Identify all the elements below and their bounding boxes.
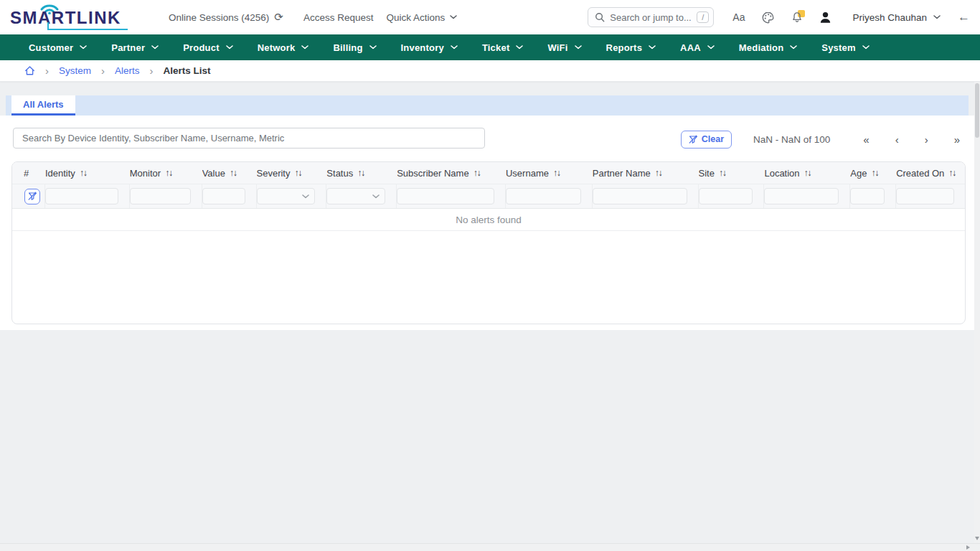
sort-icon[interactable]: ↑↓ [871,168,878,178]
column-header-col: # [24,168,45,179]
content-panel: Clear NaN - NaN of 100 «‹›» #Identity↑↓M… [0,116,974,330]
filter-cell-location [764,184,850,208]
scroll-right-arrow-icon[interactable] [966,545,970,550]
filter-select-status[interactable] [326,188,385,204]
sort-icon[interactable]: ↑↓ [804,168,811,178]
column-header-site[interactable]: Site↑↓ [699,168,765,179]
notifications-bell-icon[interactable] [791,11,803,23]
home-icon[interactable] [24,65,35,76]
column-header-status[interactable]: Status↑↓ [326,168,397,179]
sort-icon[interactable]: ↑↓ [80,168,87,178]
clear-label: Clear [702,134,724,144]
filter-input-subscriber-name[interactable] [397,188,494,204]
sort-icon[interactable]: ↑↓ [719,168,726,178]
sort-icon[interactable]: ↑↓ [655,168,662,178]
filter-input-monitor[interactable] [130,188,191,204]
chevron-down-icon [369,45,377,50]
column-header-monitor[interactable]: Monitor↑↓ [130,168,202,179]
filter-input-value[interactable] [202,188,245,204]
nav-item-wifi[interactable]: WiFi [547,42,581,53]
online-sessions-link[interactable]: Online Sessions (4256) [169,12,269,23]
scrollbar-thumb[interactable] [975,83,979,138]
first-page-button[interactable]: « [863,134,869,145]
column-header-subscriber-name[interactable]: Subscriber Name↑↓ [397,168,506,179]
filter-input-location[interactable] [764,188,839,204]
scroll-down-arrow-icon[interactable] [975,537,979,540]
nav-item-partner[interactable]: Partner [111,42,159,53]
chevron-down-icon [575,45,582,50]
alerts-table: #Identity↑↓Monitor↑↓Value↑↓Severity↑↓Sta… [11,161,966,324]
collapse-arrow-icon[interactable]: ← [958,10,970,24]
column-label: Created On [896,168,944,179]
nav-item-inventory[interactable]: Inventory [401,42,458,53]
sort-icon[interactable]: ↑↓ [294,168,301,178]
global-search-input[interactable] [610,12,697,23]
filter-input-created-on[interactable] [896,188,954,204]
column-header-location[interactable]: Location↑↓ [764,168,850,179]
last-page-button[interactable]: » [954,134,960,145]
previous-page-button[interactable]: ‹ [895,134,899,145]
chevron-down-icon [450,15,457,19]
filter-input-site[interactable] [699,188,753,204]
nav-item-network[interactable]: Network [258,42,309,53]
filter-input-identity[interactable] [45,188,118,204]
sort-icon[interactable]: ↑↓ [948,168,956,178]
nav-item-customer[interactable]: Customer [29,42,87,53]
nav-item-label: Product [183,42,220,53]
nav-item-system[interactable]: System [821,42,869,53]
sort-icon[interactable]: ↑↓ [165,168,172,178]
nav-item-billing[interactable]: Billing [333,42,376,53]
column-header-identity[interactable]: Identity↑↓ [45,168,130,179]
breadcrumb-separator: › [150,65,154,76]
column-header-age[interactable]: Age↑↓ [850,168,896,179]
user-menu[interactable]: Priyesh Chauhan [845,12,941,23]
nav-item-label: Reports [606,42,643,53]
refresh-icon[interactable]: ⟳ [274,11,283,24]
filter-input-partner-name[interactable] [593,188,687,204]
quick-actions-menu[interactable]: Quick Actions [386,12,457,23]
theme-palette-icon[interactable] [762,11,774,24]
alerts-search-input[interactable] [13,128,485,149]
tab-strip: All Alerts [6,95,969,116]
filter-cell-severity [257,184,327,208]
nav-item-aaa[interactable]: AAA [680,42,715,53]
nav-item-mediation[interactable]: Mediation [739,42,797,53]
tab-all-alerts[interactable]: All Alerts [11,95,75,116]
clear-filters-button[interactable]: Clear [681,131,732,149]
filter-select-severity[interactable] [257,188,316,204]
vertical-scrollbar[interactable] [974,82,980,543]
filter-cell-username [506,184,593,208]
column-header-username[interactable]: Username↑↓ [506,168,593,179]
filter-toggle-button[interactable] [24,189,40,204]
filter-input-username[interactable] [506,188,581,204]
global-search[interactable]: / [588,7,714,27]
nav-item-label: WiFi [547,42,567,53]
filter-input-age[interactable] [850,188,885,204]
breadcrumb-link-alerts[interactable]: Alerts [115,65,140,76]
filter-off-icon [689,135,698,144]
nav-item-reports[interactable]: Reports [606,42,656,53]
font-size-toggle[interactable]: Aa [732,11,745,23]
nav-item-ticket[interactable]: Ticket [482,42,524,53]
horizontal-scrollbar[interactable] [0,543,980,551]
access-request-link[interactable]: Access Request [303,12,374,23]
column-header-created-on[interactable]: Created On↑↓ [896,168,965,179]
sort-icon[interactable]: ↑↓ [357,168,364,178]
chevron-down-icon [302,194,309,199]
table-header-row: #Identity↑↓Monitor↑↓Value↑↓Severity↑↓Sta… [12,162,965,184]
sort-icon[interactable]: ↑↓ [553,168,560,178]
next-page-button[interactable]: › [925,134,928,145]
breadcrumb-link-system[interactable]: System [59,65,91,76]
column-header-partner-name[interactable]: Partner Name↑↓ [593,168,699,179]
nav-item-product[interactable]: Product [183,42,233,53]
user-avatar[interactable] [819,11,832,24]
column-header-severity[interactable]: Severity↑↓ [257,168,327,179]
column-header-value[interactable]: Value↑↓ [202,168,257,179]
filter-cell-identity [45,184,130,208]
sort-icon[interactable]: ↑↓ [230,168,237,178]
chevron-down-icon [451,45,458,50]
smartlink-logo[interactable]: SMARTLINK [10,2,132,32]
sort-icon[interactable]: ↑↓ [473,168,481,178]
nav-item-label: Billing [333,42,362,53]
nav-item-label: Ticket [482,42,510,53]
